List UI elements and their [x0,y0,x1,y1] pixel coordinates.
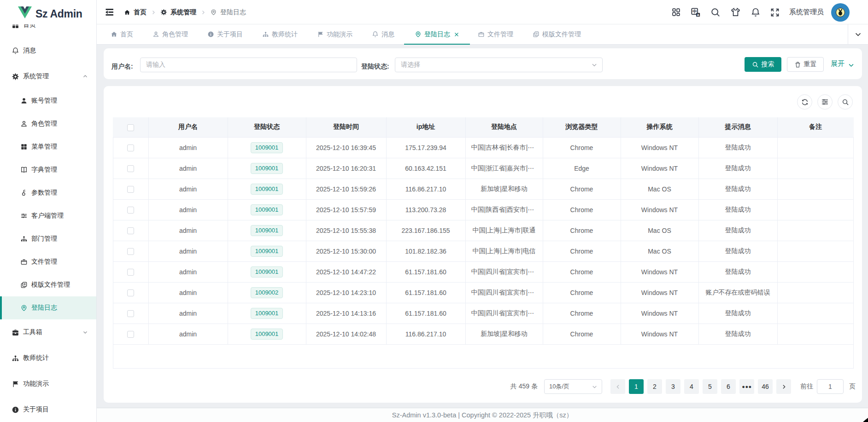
svg-text:中: 中 [692,9,697,13]
svg-text:A: A [697,12,699,17]
